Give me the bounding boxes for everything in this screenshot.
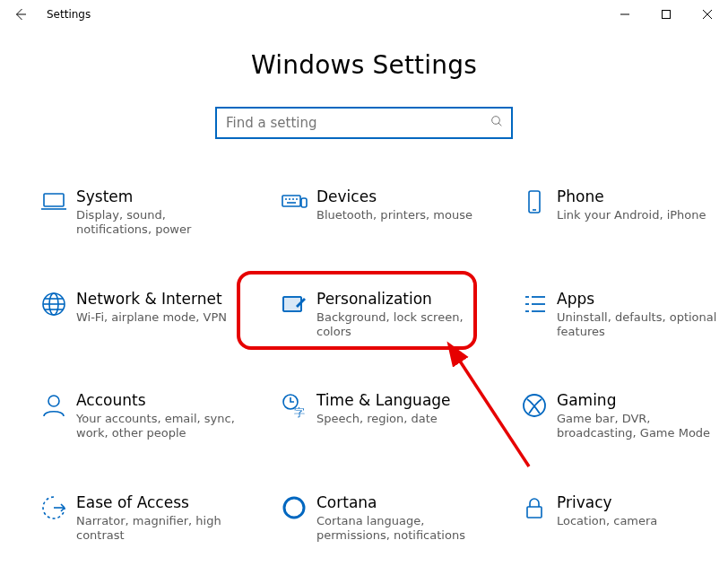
category-title: Phone [557, 187, 706, 205]
svg-rect-7 [282, 196, 300, 206]
category-phone[interactable]: Phone Link your Android, iPhone [508, 184, 728, 241]
category-subtitle: Game bar, DVR, broadcasting, Game Mode [557, 412, 718, 441]
category-title: Privacy [557, 493, 657, 511]
category-cortana[interactable]: Cortana Cortana language, permissions, n… [268, 490, 499, 547]
minimize-button[interactable] [604, 0, 646, 29]
category-title: Time & Language [316, 391, 451, 409]
category-personalization[interactable]: Personalization Background, lock screen,… [268, 286, 499, 344]
svg-rect-22 [283, 297, 301, 311]
apps-icon [512, 290, 557, 318]
category-subtitle: Speech, region, date [316, 412, 451, 426]
svg-point-29 [48, 396, 59, 406]
category-subtitle: Wi-Fi, airplane mode, VPN [76, 310, 227, 325]
category-title: Personalization [316, 290, 478, 308]
search-box[interactable] [215, 107, 513, 139]
category-accounts[interactable]: Accounts Your accounts, email, sync, wor… [28, 388, 259, 445]
category-privacy[interactable]: Privacy Location, camera [508, 490, 728, 547]
category-devices[interactable]: Devices Bluetooth, printers, mouse [268, 184, 499, 241]
laptop-icon [31, 187, 76, 216]
person-icon [31, 391, 76, 420]
category-title: Devices [316, 187, 472, 205]
category-subtitle: Background, lock screen, colors [316, 310, 478, 340]
close-button[interactable] [687, 0, 728, 29]
category-title: System [76, 187, 238, 205]
titlebar: Settings [0, 0, 728, 29]
maximize-button[interactable] [646, 0, 687, 29]
category-gaming[interactable]: Gaming Game bar, DVR, broadcasting, Game… [508, 388, 728, 445]
category-subtitle: Narrator, magnifier, high contrast [76, 514, 238, 544]
svg-text:字: 字 [294, 406, 305, 419]
personalization-icon [272, 290, 316, 318]
search-input[interactable] [224, 114, 490, 132]
category-subtitle: Bluetooth, printers, mouse [316, 208, 472, 222]
xbox-icon [512, 391, 557, 420]
svg-rect-35 [527, 507, 542, 518]
globe-icon [31, 290, 76, 318]
category-subtitle: Display, sound, notifications, power [76, 208, 238, 238]
category-title: Network & Internet [76, 290, 227, 308]
ease-icon [31, 493, 76, 522]
page-title: Windows Settings [0, 50, 728, 80]
category-title: Ease of Access [76, 493, 238, 511]
svg-rect-13 [301, 198, 307, 207]
category-network[interactable]: Network & Internet Wi-Fi, airplane mode,… [28, 286, 259, 344]
category-subtitle: Location, camera [557, 514, 657, 528]
category-ease[interactable]: Ease of Access Narrator, magnifier, high… [28, 490, 259, 547]
category-subtitle: Your accounts, email, sync, work, other … [76, 412, 238, 441]
back-button[interactable] [0, 0, 41, 29]
search-icon [490, 114, 504, 132]
category-title: Apps [557, 290, 718, 308]
cortana-icon [272, 493, 316, 522]
time-language-icon: 字 [272, 391, 316, 420]
category-subtitle: Link your Android, iPhone [557, 208, 706, 222]
category-subtitle: Cortana language, permissions, notificat… [316, 514, 478, 544]
category-title: Cortana [316, 493, 478, 511]
category-apps[interactable]: Apps Uninstall, defaults, optional featu… [508, 286, 728, 344]
svg-rect-1 [663, 11, 671, 19]
svg-point-34 [284, 498, 304, 518]
lock-icon [512, 493, 557, 522]
category-subtitle: Uninstall, defaults, optional features [557, 310, 718, 340]
category-time[interactable]: 字 Time & Language Speech, region, date [268, 388, 499, 445]
svg-rect-6 [44, 194, 64, 206]
settings-categories: System Display, sound, notifications, po… [10, 184, 718, 546]
category-system[interactable]: System Display, sound, notifications, po… [28, 184, 259, 241]
svg-line-5 [498, 123, 501, 126]
keyboard-icon [272, 187, 316, 216]
phone-icon [512, 187, 557, 216]
window-title: Settings [47, 8, 91, 21]
category-title: Accounts [76, 391, 238, 409]
category-title: Gaming [557, 391, 718, 409]
